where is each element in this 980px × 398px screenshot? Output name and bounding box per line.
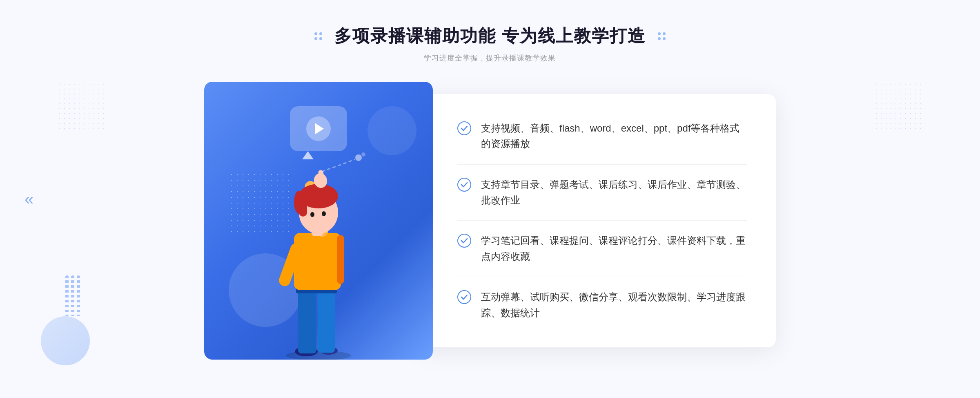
check-icon-1 [457, 121, 471, 135]
svg-point-25 [458, 291, 471, 304]
illustration-inner [204, 82, 433, 360]
deco-circle-bottom-left [41, 316, 90, 365]
feature-item-4: 互动弹幕、试听购买、微信分享、观看次数限制、学习进度跟踪、数据统计 [457, 289, 747, 321]
svg-point-13 [294, 191, 304, 214]
play-bubble [290, 106, 347, 151]
deco-stripes [65, 275, 90, 316]
svg-rect-6 [294, 233, 341, 290]
title-row: 多项录播课辅助功能 专为线上教学打造 [314, 25, 666, 47]
left-arrow-decoration: « [24, 190, 33, 208]
svg-point-20 [355, 154, 362, 161]
stripe-2 [71, 275, 74, 316]
check-icon-2 [457, 178, 471, 192]
svg-rect-4 [318, 292, 335, 353]
page-subtitle: 学习进度全掌握，提升录播课教学效果 [424, 53, 556, 63]
title-decoration-left [314, 32, 322, 40]
svg-point-21 [361, 152, 365, 157]
deco-stripes-inner [65, 275, 90, 316]
feature-text-4: 互动弹幕、试听购买、微信分享、观看次数限制、学习进度跟踪、数据统计 [481, 289, 747, 321]
feature-item-1: 支持视频、音频、flash、word、excel、ppt、pdf等各种格式的资源… [457, 121, 747, 152]
page-title: 多项录播课辅助功能 专为线上教学打造 [334, 25, 646, 47]
stripe-3 [77, 275, 80, 316]
svg-line-19 [322, 159, 355, 172]
svg-point-14 [310, 212, 314, 217]
feature-divider-2 [457, 220, 747, 221]
play-triangle [315, 123, 324, 134]
content-area: 支持视频、音频、flash、word、excel、ppt、pdf等各种格式的资源… [204, 82, 776, 360]
features-panel: 支持视频、音频、flash、word、excel、ppt、pdf等各种格式的资源… [416, 94, 776, 347]
feature-text-3: 学习笔记回看、课程提问、课程评论打分、课件资料下载，重点内容收藏 [481, 233, 747, 264]
check-icon-3 [457, 234, 471, 248]
illustration-area [204, 82, 433, 360]
svg-point-23 [458, 178, 471, 191]
feature-item-3: 学习笔记回看、课程提问、课程评论打分、课件资料下载，重点内容收藏 [457, 233, 747, 264]
title-decoration-right [658, 32, 666, 40]
svg-point-15 [322, 211, 326, 216]
play-icon [306, 116, 331, 141]
svg-point-24 [458, 234, 471, 247]
svg-rect-18 [337, 235, 344, 284]
dot-pattern-left [57, 82, 106, 131]
feature-divider-3 [457, 277, 747, 277]
svg-rect-3 [298, 290, 316, 353]
feature-item-2: 支持章节目录、弹题考试、课后练习、课后作业、章节测验、批改作业 [457, 177, 747, 208]
feature-text-2: 支持章节目录、弹题考试、课后练习、课后作业、章节测验、批改作业 [481, 177, 747, 208]
page-container: 多项录播课辅助功能 专为线上教学打造 学习进度全掌握，提升录播课教学效果 [0, 0, 980, 398]
figure-container [257, 147, 380, 360]
header: 多项录播课辅助功能 专为线上教学打造 学习进度全掌握，提升录播课教学效果 [314, 25, 666, 63]
svg-point-22 [458, 122, 471, 135]
feature-divider-1 [457, 164, 747, 165]
dot-pattern-right [874, 82, 923, 131]
stripe-1 [65, 275, 69, 316]
feature-text-1: 支持视频、音频、flash、word、excel、ppt、pdf等各种格式的资源… [481, 121, 747, 152]
check-icon-4 [457, 290, 471, 304]
